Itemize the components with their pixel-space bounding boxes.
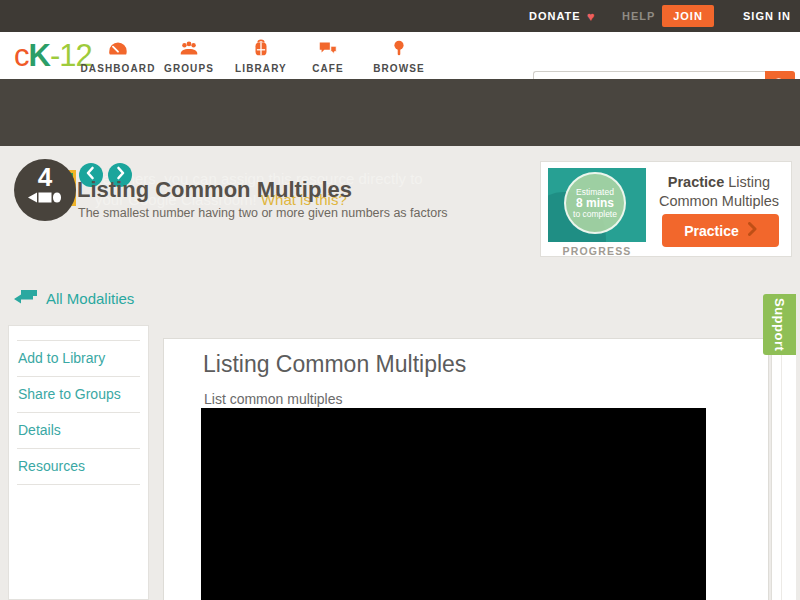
content-title: Listing Common Multiples [203,351,466,378]
donate-link[interactable]: DONATE ♥ [529,0,594,32]
classroom-banner: Teachers, you can assign this resource d… [0,79,800,146]
nav-item-dashboard[interactable]: DASHBOARD [78,35,158,77]
estimated-time-circle: Estimated 8 mins to complete [564,172,626,234]
sidebar: Add to Library Share to Groups Details R… [8,325,149,600]
back-arrow-icon [12,287,38,310]
main-nav: cK-12 DASHBOARD GROUPS LIBRARY CAFE [0,32,800,79]
content-panel: Listing Common Multiples List common mul… [163,338,769,600]
all-modalities-label: All Modalities [46,290,134,307]
sidebar-item-share-to-groups[interactable]: Share to Groups [9,377,148,412]
concept-title: Listing Common Multiples [77,177,352,203]
practice-title-bold: Practice [668,174,724,190]
right-panel-strip [771,338,796,600]
people-icon [178,39,200,61]
nav-label: GROUPS [164,63,214,74]
nav-item-groups[interactable]: GROUPS [149,35,229,77]
divider [17,484,140,485]
practice-button-label: Practice [684,223,738,239]
estimate-line2: 8 mins [576,198,614,209]
all-modalities-link[interactable]: All Modalities [12,287,134,310]
logo-letter-k: K [29,38,50,74]
sign-in-link[interactable]: SIGN IN [743,0,791,32]
donate-label: DONATE [529,10,581,22]
concept-number-badge: 4 [14,159,76,221]
chevron-right-icon [748,222,757,239]
gauge-icon [107,39,129,61]
progress-label: PROGRESS [541,245,653,257]
pencil-icon [27,190,63,208]
practice-button[interactable]: Practice [662,214,779,247]
join-label: JOIN [673,10,703,22]
heart-icon: ♥ [587,9,595,24]
page: DONATE ♥ HELP JOIN SIGN IN cK-12 DASHBOA… [0,0,800,600]
nav-item-browse[interactable]: BROWSE [359,35,439,77]
nav-label: LIBRARY [235,63,287,74]
nav-item-cafe[interactable]: CAFE [288,35,368,77]
topbar: DONATE ♥ HELP JOIN SIGN IN [0,0,800,32]
nav-label: CAFE [312,63,344,74]
sidebar-item-add-to-library[interactable]: Add to Library [9,341,148,376]
video-player[interactable] [201,408,706,600]
nav-label: BROWSE [373,63,425,74]
help-label: HELP [622,10,655,22]
sign-in-label: SIGN IN [743,10,791,22]
logo-letter-c: c [14,38,29,74]
practice-card-title: Practice Listing Common Multiples [649,173,789,211]
lightbulb-icon [388,38,410,61]
estimate-line3: to complete [573,209,617,220]
support-tab[interactable]: Support [763,294,796,355]
practice-progress-image[interactable]: Estimated 8 mins to complete [548,168,646,242]
practice-card: Estimated 8 mins to complete PROGRESS Pr… [540,161,792,257]
content-subtitle: List common multiples [204,391,343,407]
nav-label: DASHBOARD [81,63,156,74]
backpack-icon [250,38,272,61]
sidebar-item-details[interactable]: Details [9,413,148,448]
help-link[interactable]: HELP [622,0,655,32]
badge-number: 4 [38,164,52,190]
concept-subtitle: The smallest number having two or more g… [78,206,448,220]
sidebar-item-resources[interactable]: Resources [9,449,148,484]
join-button[interactable]: JOIN [662,5,714,27]
chat-bubbles-icon [317,39,339,61]
